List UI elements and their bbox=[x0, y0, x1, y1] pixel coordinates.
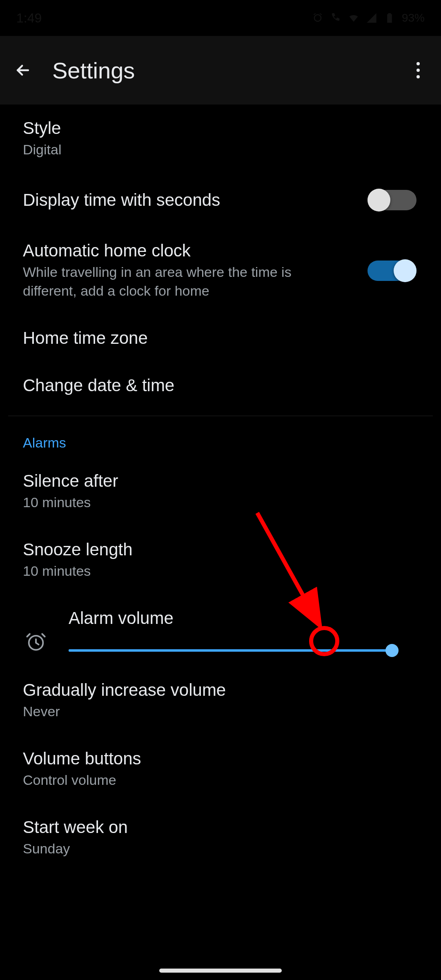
gesture-nav-bar[interactable] bbox=[159, 969, 282, 973]
battery-icon bbox=[384, 12, 395, 24]
alarm-volume-row: Alarm volume bbox=[0, 595, 441, 666]
alarm-clock-icon bbox=[25, 631, 47, 653]
snooze-length-row[interactable]: Snooze length 10 minutes bbox=[0, 526, 441, 595]
silence-after-value: 10 minutes bbox=[23, 493, 333, 512]
snooze-length-value: 10 minutes bbox=[23, 562, 333, 581]
alarm-volume-slider[interactable] bbox=[69, 649, 395, 652]
signal-icon bbox=[366, 12, 377, 24]
alarm-status-icon bbox=[312, 12, 323, 24]
status-right-cluster: 93% bbox=[312, 11, 425, 24]
volume-buttons-value: Control volume bbox=[23, 771, 333, 790]
wifi-icon bbox=[348, 12, 359, 24]
start-week-on-title: Start week on bbox=[23, 817, 418, 837]
back-button[interactable] bbox=[13, 60, 33, 80]
volume-buttons-title: Volume buttons bbox=[23, 749, 418, 768]
style-row[interactable]: Style Digital bbox=[0, 105, 441, 173]
start-week-on-value: Sunday bbox=[23, 840, 333, 858]
gradually-increase-title: Gradually increase volume bbox=[23, 680, 418, 700]
wifi-call-icon bbox=[330, 12, 341, 24]
style-value: Digital bbox=[23, 140, 333, 159]
page-title: Settings bbox=[52, 57, 389, 84]
auto-home-clock-row[interactable]: Automatic home clock While travelling in… bbox=[0, 227, 441, 314]
gradually-increase-row[interactable]: Gradually increase volume Never bbox=[0, 666, 441, 735]
volume-buttons-row[interactable]: Volume buttons Control volume bbox=[0, 735, 441, 804]
display-seconds-title: Display time with seconds bbox=[23, 190, 353, 210]
more-vert-icon bbox=[416, 62, 420, 65]
alarms-section-header: Alarms bbox=[0, 423, 441, 457]
change-date-time-row[interactable]: Change date & time bbox=[0, 362, 441, 409]
status-bar: 1:49 93% bbox=[0, 0, 441, 36]
style-title: Style bbox=[23, 118, 418, 138]
change-date-time-title: Change date & time bbox=[23, 376, 418, 395]
arrow-left-icon bbox=[14, 61, 32, 79]
start-week-on-row[interactable]: Start week on Sunday bbox=[0, 804, 441, 872]
silence-after-title: Silence after bbox=[23, 471, 418, 491]
home-time-zone-row[interactable]: Home time zone bbox=[0, 314, 441, 362]
silence-after-row[interactable]: Silence after 10 minutes bbox=[0, 457, 441, 526]
auto-home-clock-title: Automatic home clock bbox=[23, 241, 353, 261]
auto-home-clock-toggle[interactable] bbox=[366, 258, 418, 284]
gradually-increase-value: Never bbox=[23, 702, 333, 721]
snooze-length-title: Snooze length bbox=[23, 540, 418, 559]
alarm-volume-title: Alarm volume bbox=[69, 608, 418, 628]
settings-list: Style Digital Display time with seconds … bbox=[0, 105, 441, 954]
status-time: 1:49 bbox=[16, 11, 42, 26]
overflow-menu-button[interactable] bbox=[408, 60, 428, 80]
battery-percent: 93% bbox=[402, 11, 425, 24]
toolbar: Settings bbox=[0, 36, 441, 105]
auto-home-clock-subtitle: While travelling in an area where the ti… bbox=[23, 263, 333, 301]
alarm-volume-slider-knob[interactable] bbox=[385, 644, 399, 657]
alarm-volume-slider-fill bbox=[69, 649, 395, 652]
section-divider bbox=[8, 416, 433, 416]
display-seconds-row[interactable]: Display time with seconds bbox=[0, 173, 441, 227]
home-time-zone-title: Home time zone bbox=[23, 328, 418, 348]
display-seconds-toggle[interactable] bbox=[366, 187, 418, 213]
